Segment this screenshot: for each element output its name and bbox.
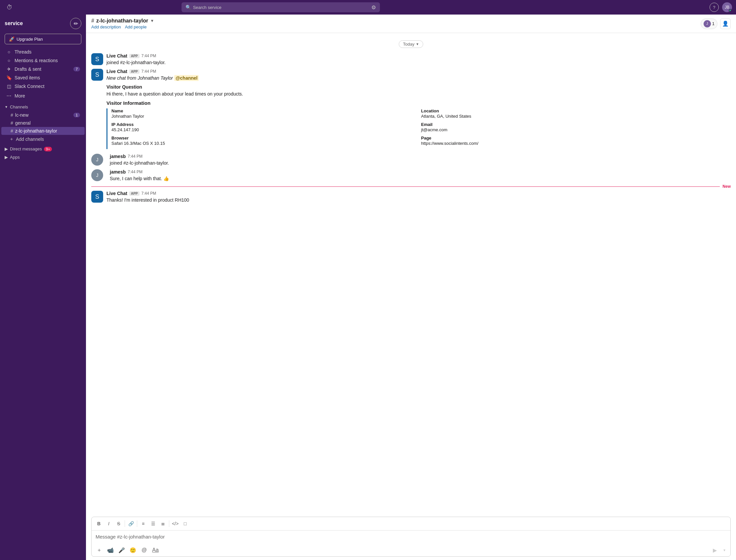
mentions-icon: ○ bbox=[6, 58, 12, 63]
bold-button[interactable]: B bbox=[94, 519, 103, 528]
visitor-question-label: Visitor Question bbox=[106, 84, 731, 91]
message-header-2: Live Chat APP 7:44 PM bbox=[106, 69, 731, 74]
top-bar-right: ? JB bbox=[710, 2, 732, 12]
message-text-3: joined #z-lc-johnathan-taylor. bbox=[110, 160, 731, 167]
add-icon: ＋ bbox=[9, 136, 14, 142]
sidebar-item-threads[interactable]: ○ Threads bbox=[1, 48, 85, 56]
channel-item-z-lc[interactable]: # z-lc-johnathan-taylor bbox=[1, 127, 85, 135]
channel-title[interactable]: # z-lc-johnathan-taylor ▼ bbox=[91, 18, 701, 24]
sidebar-item-connect[interactable]: ◫ Slack Connect bbox=[1, 82, 85, 91]
message-text-2: New chat from Johnathan Taylor @channel bbox=[106, 75, 731, 82]
dm-header[interactable]: ▶ Direct messages 9+ bbox=[0, 145, 86, 153]
dm-label: Direct messages bbox=[10, 146, 42, 151]
history-btn[interactable]: ⏱ bbox=[4, 3, 15, 12]
drafts-label: Drafts & sent bbox=[15, 66, 71, 72]
channel-title-area: # z-lc-johnathan-taylor ▼ Add descriptio… bbox=[91, 18, 701, 29]
vi-email-value: jt@acme.com bbox=[421, 127, 731, 132]
workspace-name[interactable]: service bbox=[5, 20, 23, 26]
ordered-list-button[interactable]: ≡ bbox=[139, 519, 148, 528]
strikethrough-button[interactable]: S bbox=[114, 519, 123, 528]
compose-button[interactable]: ✏ bbox=[70, 18, 81, 29]
date-arrow-icon: ▼ bbox=[416, 42, 419, 46]
vi-email-label: Email bbox=[421, 122, 731, 127]
link-button[interactable]: 🔗 bbox=[126, 519, 136, 528]
date-pill[interactable]: Today ▼ bbox=[399, 40, 424, 48]
visitor-info-email: Email jt@acme.com bbox=[421, 122, 731, 132]
threads-label: Threads bbox=[15, 49, 80, 55]
upgrade-icon: 🚀 bbox=[9, 36, 15, 42]
channel-hash-display: # bbox=[91, 18, 94, 24]
search-text: Search service bbox=[193, 5, 369, 10]
sidebar: service ✏ 🚀 Upgrade Plan ○ Threads ○ Men… bbox=[0, 15, 86, 560]
attach-button[interactable]: ＋ bbox=[94, 545, 104, 555]
user-avatar-top[interactable]: JB bbox=[722, 2, 732, 12]
member-avatars[interactable]: J 1 bbox=[701, 19, 717, 29]
member-count: 1 bbox=[712, 21, 715, 26]
vi-page-value: https://www.socialintents.com/ bbox=[421, 141, 731, 146]
vi-ip-value: 45.24.147.190 bbox=[111, 127, 421, 132]
sidebar-item-more[interactable]: ··· More bbox=[1, 91, 85, 101]
add-member-button[interactable]: 👤 bbox=[720, 19, 731, 29]
more-icon: ··· bbox=[6, 92, 12, 99]
channel-dropdown-icon[interactable]: ▼ bbox=[150, 19, 154, 23]
message-header-4: jamesb 7:44 PM bbox=[110, 169, 731, 175]
message-header: Live Chat APP 7:44 PM bbox=[106, 53, 731, 59]
code-block-button[interactable]: □ bbox=[181, 519, 190, 528]
sidebar-item-drafts[interactable]: ✈ Drafts & sent 7 bbox=[1, 65, 85, 73]
visitor-info-browser: Browser Safari 16.3/Mac OS X 10.15 bbox=[111, 136, 421, 146]
message-input-area: B I S 🔗 ≡ ☰ ≣ </> □ Message #z-lc-johnat… bbox=[91, 517, 731, 557]
visitor-info-grid: Name Johnathan Taylor Location Atlanta, … bbox=[106, 108, 731, 149]
input-actions: ＋ 📹 🎤 🙂 @ Aa ▶ ▼ bbox=[92, 544, 730, 556]
add-people-link[interactable]: Add people bbox=[125, 24, 147, 29]
channel-name: general bbox=[15, 120, 80, 126]
messages-area[interactable]: Today ▼ S Live Chat APP 7:44 PM joined #… bbox=[86, 33, 736, 517]
search-bar[interactable]: 🔍 Search service ⚙ bbox=[182, 2, 380, 12]
main-layout: service ✏ 🚀 Upgrade Plan ○ Threads ○ Men… bbox=[0, 15, 736, 560]
mentions-label: Mentions & reactions bbox=[15, 58, 80, 63]
dm-arrow: ▶ bbox=[5, 146, 8, 151]
message-time-5: 7:44 PM bbox=[142, 191, 156, 196]
upgrade-plan-button[interactable]: 🚀 Upgrade Plan bbox=[5, 34, 81, 44]
date-label: Today bbox=[403, 42, 415, 47]
indent-button[interactable]: ≣ bbox=[158, 519, 168, 528]
visitor-info-page: Page https://www.socialintents.com/ bbox=[421, 136, 731, 146]
saved-icon: 🔖 bbox=[6, 75, 12, 80]
add-description-link[interactable]: Add description bbox=[91, 24, 121, 29]
channels-header[interactable]: ▼ Channels bbox=[0, 103, 86, 111]
channel-mention: @channel bbox=[174, 75, 199, 81]
code-button[interactable]: </> bbox=[171, 519, 180, 528]
new-line-left bbox=[91, 186, 720, 187]
video-button[interactable]: 📹 bbox=[105, 545, 115, 555]
channel-item-general[interactable]: # general bbox=[1, 119, 85, 127]
sidebar-item-mentions[interactable]: ○ Mentions & reactions bbox=[1, 56, 85, 65]
italic-button[interactable]: I bbox=[104, 519, 113, 528]
message-author: Live Chat bbox=[106, 53, 127, 59]
date-divider: Today ▼ bbox=[93, 40, 729, 48]
message-header-5: Live Chat APP 7:44 PM bbox=[106, 191, 731, 196]
message-input[interactable]: Message #z-lc-johnathan-taylor bbox=[92, 531, 730, 544]
unordered-list-button[interactable]: ☰ bbox=[148, 519, 158, 528]
vi-loc-label: Location bbox=[421, 108, 731, 113]
direct-messages-section: ▶ Direct messages 9+ bbox=[0, 145, 86, 153]
message-row: S Live Chat APP 7:44 PM joined #z-lc-joh… bbox=[86, 52, 736, 67]
format-button[interactable]: Aa bbox=[150, 545, 160, 555]
live-chat-avatar-2: S bbox=[91, 69, 103, 81]
add-channel-item[interactable]: ＋ Add channels bbox=[0, 135, 86, 143]
channel-hash-icon: # bbox=[11, 128, 13, 134]
send-button[interactable]: ▶ bbox=[710, 545, 720, 555]
send-dropdown[interactable]: ▼ bbox=[721, 545, 728, 555]
channel-item-lc-new[interactable]: # lc-new 1 bbox=[1, 111, 85, 119]
sidebar-item-saved[interactable]: 🔖 Saved items bbox=[1, 73, 85, 82]
message-time: 7:44 PM bbox=[142, 54, 156, 58]
user-avatar-jamesb-2: J bbox=[91, 169, 103, 181]
help-button[interactable]: ? bbox=[710, 3, 719, 12]
mention-button[interactable]: @ bbox=[139, 545, 149, 555]
filter-icon[interactable]: ⚙ bbox=[371, 4, 376, 11]
emoji-button[interactable]: 🙂 bbox=[128, 545, 138, 555]
message-time-2: 7:44 PM bbox=[142, 69, 156, 74]
visitor-question-title: Visitor Question bbox=[106, 84, 142, 90]
vi-loc-value: Atlanta, GA, United States bbox=[421, 114, 731, 119]
audio-button[interactable]: 🎤 bbox=[117, 545, 127, 555]
apps-section[interactable]: ▶ Apps bbox=[0, 153, 86, 161]
upgrade-label: Upgrade Plan bbox=[17, 37, 43, 42]
